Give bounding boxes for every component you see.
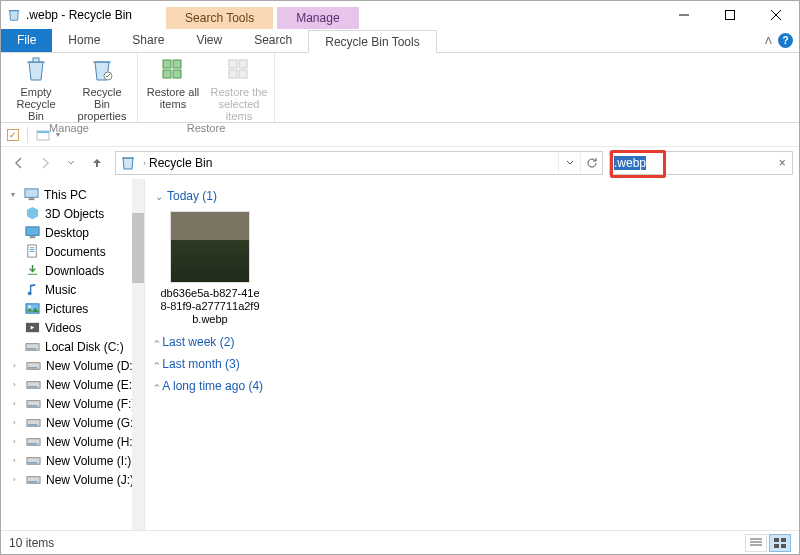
- svg-rect-8: [239, 60, 247, 68]
- breadcrumb-location[interactable]: Recycle Bin: [149, 156, 212, 170]
- tree-label: New Volume (H:): [46, 435, 137, 449]
- chevron-right-icon[interactable]: ›: [13, 456, 21, 465]
- view-thumbnails-button[interactable]: [769, 534, 791, 552]
- refresh-button[interactable]: [580, 152, 602, 174]
- svg-rect-16: [30, 236, 36, 238]
- chevron-right-icon[interactable]: ›: [13, 437, 21, 446]
- titlebar: .webp - Recycle Bin Search Tools Manage: [1, 1, 799, 29]
- tree-label: New Volume (D:): [46, 359, 137, 373]
- tree-new-volume-f[interactable]: ›New Volume (F:): [1, 394, 144, 413]
- tree-this-pc[interactable]: ▾ This PC: [1, 185, 144, 204]
- tree-desktop[interactable]: Desktop: [1, 223, 144, 242]
- chevron-down-icon: ⌄: [155, 191, 163, 202]
- disk-icon: [26, 453, 41, 468]
- nav-forward-button[interactable]: [33, 151, 57, 175]
- help-icon[interactable]: ?: [778, 33, 793, 48]
- nav-recent-dropdown[interactable]: [59, 151, 83, 175]
- ribbon: Empty Recycle Bin Recycle Bin properties…: [1, 53, 799, 123]
- nav-row: › Recycle Bin ×: [1, 147, 799, 179]
- tree-label: Music: [45, 283, 76, 297]
- context-tab-manage[interactable]: Manage: [277, 7, 358, 29]
- address-bar[interactable]: › Recycle Bin: [115, 151, 603, 175]
- svg-rect-7: [229, 60, 237, 68]
- button-label: Restore the selected items: [210, 86, 268, 122]
- svg-rect-4: [173, 60, 181, 68]
- maximize-button[interactable]: [707, 1, 753, 29]
- content-pane[interactable]: ⌄ Today (1) db636e5a-b827-41e8-81f9-a277…: [145, 179, 799, 530]
- tab-recycle-bin-tools[interactable]: Recycle Bin Tools: [308, 30, 437, 53]
- chevron-down-icon[interactable]: ▾: [11, 190, 19, 199]
- tab-view[interactable]: View: [180, 29, 238, 52]
- svg-rect-35: [28, 462, 37, 463]
- tree-new-volume-e[interactable]: ›New Volume (E:): [1, 375, 144, 394]
- tree-local-disk-c[interactable]: Local Disk (C:): [1, 337, 144, 356]
- nav-up-button[interactable]: [85, 151, 109, 175]
- nav-back-button[interactable]: [7, 151, 31, 175]
- tree-3d-objects[interactable]: 3D Objects: [1, 204, 144, 223]
- tree-new-volume-i[interactable]: ›New Volume (I:): [1, 451, 144, 470]
- file-item[interactable]: db636e5a-b827-41e8-81f9-a277711a2f9b.web…: [155, 207, 265, 331]
- disk-icon: [26, 472, 41, 487]
- chevron-right-icon[interactable]: ›: [13, 361, 21, 370]
- group-header-last-week[interactable]: › Last week (2): [155, 331, 789, 353]
- restore-selected-items-button: Restore the selected items: [210, 55, 268, 122]
- qa-dropdown-icon[interactable]: ▾: [56, 130, 60, 139]
- tab-search[interactable]: Search: [238, 29, 308, 52]
- empty-recycle-bin-button[interactable]: Empty Recycle Bin: [7, 55, 65, 122]
- svg-rect-33: [28, 443, 37, 444]
- disk-icon: [26, 358, 41, 373]
- tree-label: Downloads: [45, 264, 104, 278]
- svg-rect-5: [163, 70, 171, 78]
- tab-share[interactable]: Share: [116, 29, 180, 52]
- chevron-right-icon[interactable]: ›: [13, 418, 21, 427]
- tree-downloads[interactable]: Downloads: [1, 261, 144, 280]
- tree-pictures[interactable]: Pictures: [1, 299, 144, 318]
- chevron-right-icon[interactable]: ›: [13, 475, 21, 484]
- tree-new-volume-g[interactable]: ›New Volume (G:): [1, 413, 144, 432]
- music-icon: [25, 282, 40, 297]
- address-dropdown-icon[interactable]: [558, 152, 580, 174]
- clear-search-button[interactable]: ×: [772, 156, 792, 170]
- navigation-tree[interactable]: ▾ This PC 3D Objects Desktop Documents D…: [1, 179, 145, 530]
- tree-label: This PC: [44, 188, 87, 202]
- svg-rect-0: [726, 11, 735, 20]
- bin-properties-icon: [87, 55, 117, 85]
- search-box[interactable]: ×: [609, 151, 793, 175]
- ribbon-collapse-icon[interactable]: ᐱ: [765, 35, 772, 46]
- restore-all-items-button[interactable]: Restore all items: [144, 55, 202, 122]
- tab-file[interactable]: File: [1, 29, 52, 52]
- view-details-button[interactable]: [745, 534, 767, 552]
- ribbon-tabs: File Home Share View Search Recycle Bin …: [1, 29, 799, 53]
- search-input[interactable]: [610, 154, 772, 172]
- breadcrumb-chevron-icon[interactable]: ›: [140, 158, 149, 168]
- chevron-right-icon: ›: [151, 340, 162, 343]
- tree-music[interactable]: Music: [1, 280, 144, 299]
- svg-rect-25: [28, 367, 37, 368]
- minimize-button[interactable]: [661, 1, 707, 29]
- context-tab-search-tools[interactable]: Search Tools: [166, 7, 273, 29]
- tree-documents[interactable]: Documents: [1, 242, 144, 261]
- svg-rect-38: [774, 538, 779, 542]
- status-bar: 10 items: [1, 530, 799, 554]
- tree-label: New Volume (G:): [46, 416, 137, 430]
- tab-home[interactable]: Home: [52, 29, 116, 52]
- tree-videos[interactable]: Videos: [1, 318, 144, 337]
- button-label: Restore all items: [144, 86, 202, 110]
- close-button[interactable]: [753, 1, 799, 29]
- chevron-right-icon[interactable]: ›: [13, 399, 21, 408]
- group-header-long-ago[interactable]: › A long time ago (4): [155, 375, 789, 397]
- qa-folder-icon[interactable]: [36, 127, 52, 143]
- group-label: Last week (2): [162, 335, 234, 349]
- tree-new-volume-d[interactable]: ›New Volume (D:): [1, 356, 144, 375]
- objects3d-icon: [25, 206, 40, 221]
- tree-new-volume-h[interactable]: ›New Volume (H:): [1, 432, 144, 451]
- tree-label: Videos: [45, 321, 81, 335]
- tree-new-volume-j[interactable]: ›New Volume (J:): [1, 470, 144, 489]
- recycle-bin-properties-button[interactable]: Recycle Bin properties: [73, 55, 131, 122]
- group-header-today[interactable]: ⌄ Today (1): [155, 185, 789, 207]
- group-header-last-month[interactable]: › Last month (3): [155, 353, 789, 375]
- tree-scrollbar-thumb[interactable]: [132, 213, 144, 283]
- chevron-right-icon[interactable]: ›: [13, 380, 21, 389]
- qa-checkbox-icon[interactable]: ✓: [7, 129, 19, 141]
- group-label: A long time ago (4): [162, 379, 263, 393]
